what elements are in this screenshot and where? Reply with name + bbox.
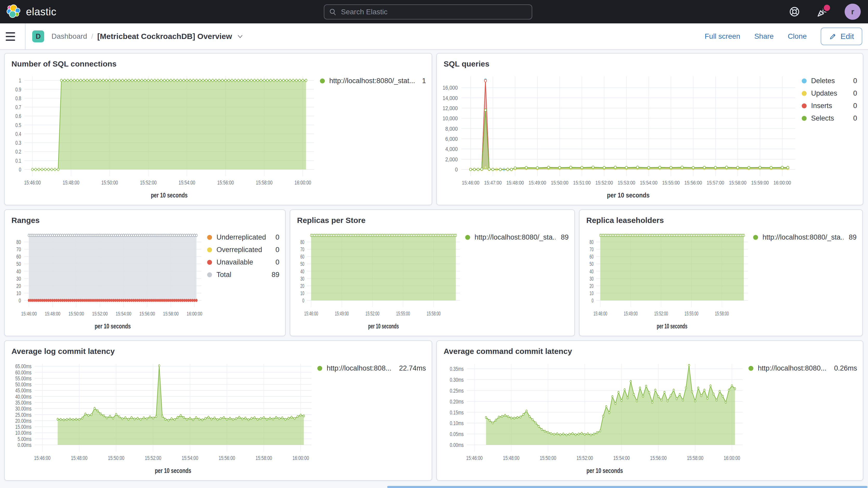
svg-text:0: 0 xyxy=(591,297,594,304)
svg-text:2,000: 2,000 xyxy=(445,156,458,162)
svg-text:15:46:00: 15:46:00 xyxy=(466,455,483,461)
legend-label: Total xyxy=(216,271,267,279)
panel-title[interactable]: Average log commit latency xyxy=(5,341,432,358)
legend-item[interactable]: Selects0 xyxy=(802,114,857,122)
svg-text:10: 10 xyxy=(17,290,21,297)
svg-text:15:58:00: 15:58:00 xyxy=(687,455,703,461)
legend-swatch xyxy=(207,247,212,252)
legend-item[interactable]: http://localhost:808...22.74ms xyxy=(317,364,426,372)
elastic-logo-wrap[interactable]: elastic xyxy=(0,4,56,19)
legend-label: http://localhost:8080/_sta... xyxy=(474,233,556,241)
legend-item[interactable]: Inserts0 xyxy=(802,102,857,110)
svg-text:0.7: 0.7 xyxy=(16,104,21,111)
notification-dot xyxy=(823,4,831,12)
svg-text:0: 0 xyxy=(455,166,458,173)
help-icon[interactable] xyxy=(788,6,800,18)
edit-button[interactable]: Edit xyxy=(821,28,862,45)
svg-text:15:58:00: 15:58:00 xyxy=(729,180,747,186)
svg-text:40.00ms: 40.00ms xyxy=(16,393,31,400)
svg-text:0.8: 0.8 xyxy=(16,95,21,101)
panel-title[interactable]: Replica leaseholders xyxy=(580,210,862,227)
svg-text:15:54:00: 15:54:00 xyxy=(182,455,198,461)
full-screen-button[interactable]: Full screen xyxy=(705,32,740,40)
hamburger-menu-icon[interactable] xyxy=(6,29,20,44)
chart-replicas-per-store[interactable]: 0102030405060708015:46:0015:49:0015:52:0… xyxy=(291,227,464,335)
panel-title[interactable]: Number of SQL connections xyxy=(5,54,432,71)
legend-value: 0 xyxy=(276,233,279,241)
dashboard-badge[interactable]: D xyxy=(32,30,44,42)
panel-title[interactable]: Replicas per Store xyxy=(290,210,574,227)
svg-text:15:52:00: 15:52:00 xyxy=(595,180,613,186)
search-input[interactable] xyxy=(340,7,527,17)
global-search[interactable] xyxy=(324,4,532,20)
legend-label: Inserts xyxy=(811,102,848,110)
svg-text:14,000: 14,000 xyxy=(442,95,458,101)
legend-value: 0 xyxy=(276,258,279,266)
panel-sql-queries: SQL queries 02,0004,0006,0008,00010,0001… xyxy=(436,53,863,205)
svg-text:15:49:00: 15:49:00 xyxy=(335,310,348,317)
legend-item[interactable]: Underreplicated0 xyxy=(207,233,279,241)
legend-value: 1 xyxy=(422,77,426,85)
svg-text:80: 80 xyxy=(301,239,304,245)
legend-item[interactable]: http://localhost:8080...0.26ms xyxy=(748,364,857,372)
breadcrumb-dashboard[interactable]: Dashboard xyxy=(52,32,87,40)
clone-button[interactable]: Clone xyxy=(788,32,807,40)
legend-swatch xyxy=(207,260,212,265)
legend-item[interactable]: Overreplicated0 xyxy=(207,246,279,254)
svg-text:15:58:00: 15:58:00 xyxy=(427,310,440,317)
title-chevron-down-icon[interactable] xyxy=(236,32,244,40)
svg-text:70: 70 xyxy=(590,246,594,252)
legend-label: http://localhost:8080/_stat... xyxy=(329,77,417,85)
svg-text:15:46:00: 15:46:00 xyxy=(304,310,318,317)
svg-text:8,000: 8,000 xyxy=(445,125,458,132)
svg-text:16:00:00: 16:00:00 xyxy=(724,455,740,461)
svg-text:70: 70 xyxy=(17,246,21,252)
svg-text:0.4: 0.4 xyxy=(16,131,21,137)
chart-sql-queries[interactable]: 02,0004,0006,0008,00010,00012,00014,0001… xyxy=(438,71,800,204)
legend-item[interactable]: Deletes0 xyxy=(802,77,857,85)
legend-item[interactable]: Unavailable0 xyxy=(207,258,279,266)
svg-text:10.00ms: 10.00ms xyxy=(16,430,31,436)
svg-text:15:58:00: 15:58:00 xyxy=(255,455,272,461)
newsfeed-icon[interactable] xyxy=(816,6,829,18)
panel-title[interactable]: SQL queries xyxy=(437,54,863,71)
legend-value: 89 xyxy=(849,233,857,241)
svg-text:15:47:00: 15:47:00 xyxy=(484,180,502,186)
svg-text:12,000: 12,000 xyxy=(442,105,458,112)
svg-text:per 10 seconds: per 10 seconds xyxy=(155,467,191,475)
svg-text:15:48:00: 15:48:00 xyxy=(71,455,87,461)
svg-text:0.25ms: 0.25ms xyxy=(450,387,464,394)
chart-sql-connections[interactable]: 00.10.20.30.40.50.60.70.80.9115:46:0015:… xyxy=(6,71,318,204)
svg-text:0.3: 0.3 xyxy=(16,140,21,146)
panel-replica-leaseholders: Replica leaseholders 0102030405060708015… xyxy=(579,209,863,336)
svg-text:15:56:00: 15:56:00 xyxy=(139,310,155,317)
horizontal-scrollbar[interactable] xyxy=(387,486,867,488)
svg-text:15:49:00: 15:49:00 xyxy=(529,180,546,186)
legend-item[interactable]: Updates0 xyxy=(802,89,857,97)
legend-swatch xyxy=(465,235,470,240)
legend-label: Unavailable xyxy=(216,258,270,266)
svg-text:15:59:00: 15:59:00 xyxy=(751,180,769,186)
share-button[interactable]: Share xyxy=(754,32,774,40)
chart-ranges[interactable]: 0102030405060708015:46:0015:48:0015:50:0… xyxy=(6,227,206,335)
panel-title[interactable]: Average command commit latency xyxy=(437,341,863,358)
legend-value: 0 xyxy=(853,89,857,97)
chart-replica-leaseholders[interactable]: 0102030405060708015:46:0015:49:0015:52:0… xyxy=(581,227,751,335)
svg-text:15:58:00: 15:58:00 xyxy=(256,179,273,186)
svg-text:per 10 seconds: per 10 seconds xyxy=(368,322,399,330)
svg-text:15:52:00: 15:52:00 xyxy=(92,310,107,317)
legend-item[interactable]: http://localhost:8080/_stat...1 xyxy=(320,77,426,85)
panel-title[interactable]: Ranges xyxy=(5,210,285,227)
legend-item[interactable]: http://localhost:8080/_sta...89 xyxy=(465,233,569,241)
breadcrumb: Dashboard / [Metricbeat CockroachDB] Ove… xyxy=(52,32,244,41)
legend-item[interactable]: http://localhost:8080/_sta...89 xyxy=(753,233,857,241)
chart-avg-log-commit-latency[interactable]: 0.00ms5.00ms10.00ms15.00ms20.00ms25.00ms… xyxy=(6,358,316,479)
user-avatar[interactable]: r xyxy=(845,4,861,20)
svg-text:per 10 seconds: per 10 seconds xyxy=(151,191,187,199)
chart-avg-command-commit-latency[interactable]: 0.00ms0.05ms0.10ms0.15ms0.20ms0.25ms0.30… xyxy=(438,358,747,479)
legend-swatch xyxy=(748,366,753,371)
svg-text:16:00:00: 16:00:00 xyxy=(773,180,791,186)
svg-text:0.30ms: 0.30ms xyxy=(450,376,464,383)
avatar-initial: r xyxy=(851,7,854,16)
legend-item[interactable]: Total89 xyxy=(207,271,279,279)
